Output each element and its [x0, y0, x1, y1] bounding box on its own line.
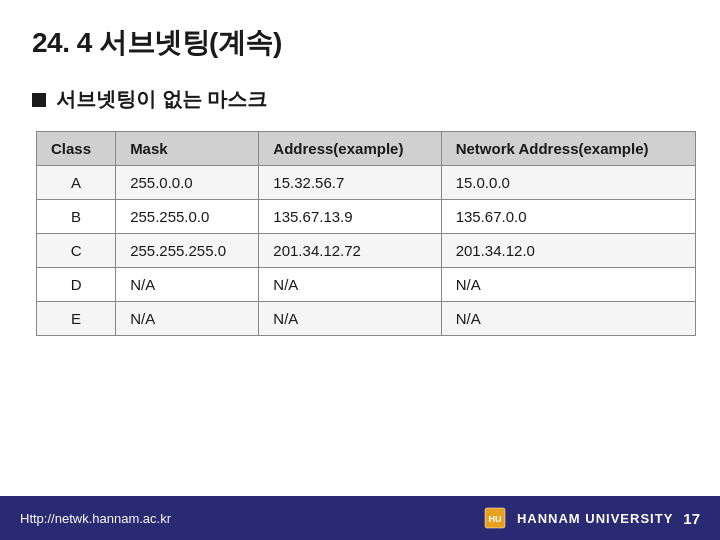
table-row: EN/AN/AN/A — [37, 302, 696, 336]
cell-r2-c3: 201.34.12.0 — [441, 234, 695, 268]
cell-r2-c1: 255.255.255.0 — [116, 234, 259, 268]
table-row: DN/AN/AN/A — [37, 268, 696, 302]
col-header-class: Class — [37, 132, 116, 166]
cell-r4-c1: N/A — [116, 302, 259, 336]
bullet-icon — [32, 93, 46, 107]
cell-r4-c3: N/A — [441, 302, 695, 336]
col-header-address: Address(example) — [259, 132, 441, 166]
cell-r3-c2: N/A — [259, 268, 441, 302]
university-name: HANNAM UNIVERSITY — [517, 511, 673, 526]
footer-right: HU HANNAM UNIVERSITY 17 — [483, 506, 700, 530]
cell-r3-c1: N/A — [116, 268, 259, 302]
cell-r1-c1: 255.255.0.0 — [116, 200, 259, 234]
table-header-row: Class Mask Address(example) Network Addr… — [37, 132, 696, 166]
cell-r2-c0: C — [37, 234, 116, 268]
section-title: 서브넷팅이 없는 마스크 — [56, 86, 267, 113]
university-logo-icon: HU — [483, 506, 507, 530]
section-header: 서브넷팅이 없는 마스크 — [32, 86, 688, 113]
cell-r1-c3: 135.67.0.0 — [441, 200, 695, 234]
col-header-mask: Mask — [116, 132, 259, 166]
svg-text:HU: HU — [488, 514, 501, 524]
cell-r1-c0: B — [37, 200, 116, 234]
table-row: C255.255.255.0201.34.12.72201.34.12.0 — [37, 234, 696, 268]
data-table: Class Mask Address(example) Network Addr… — [36, 131, 696, 336]
page-number: 17 — [683, 510, 700, 527]
page-container: 24. 4 서브넷팅(계속) 서브넷팅이 없는 마스크 Class Mask A… — [0, 0, 720, 540]
table-row: A255.0.0.015.32.56.715.0.0.0 — [37, 166, 696, 200]
cell-r1-c2: 135.67.13.9 — [259, 200, 441, 234]
cell-r4-c0: E — [37, 302, 116, 336]
cell-r0-c3: 15.0.0.0 — [441, 166, 695, 200]
footer: Http://netwk.hannam.ac.kr HU HANNAM UNIV… — [0, 496, 720, 540]
footer-url: Http://netwk.hannam.ac.kr — [20, 511, 171, 526]
page-title: 24. 4 서브넷팅(계속) — [32, 24, 688, 62]
cell-r2-c2: 201.34.12.72 — [259, 234, 441, 268]
cell-r4-c2: N/A — [259, 302, 441, 336]
cell-r3-c3: N/A — [441, 268, 695, 302]
cell-r3-c0: D — [37, 268, 116, 302]
table-wrapper: Class Mask Address(example) Network Addr… — [36, 131, 688, 336]
cell-r0-c2: 15.32.56.7 — [259, 166, 441, 200]
cell-r0-c1: 255.0.0.0 — [116, 166, 259, 200]
cell-r0-c0: A — [37, 166, 116, 200]
table-row: B255.255.0.0135.67.13.9135.67.0.0 — [37, 200, 696, 234]
col-header-network: Network Address(example) — [441, 132, 695, 166]
